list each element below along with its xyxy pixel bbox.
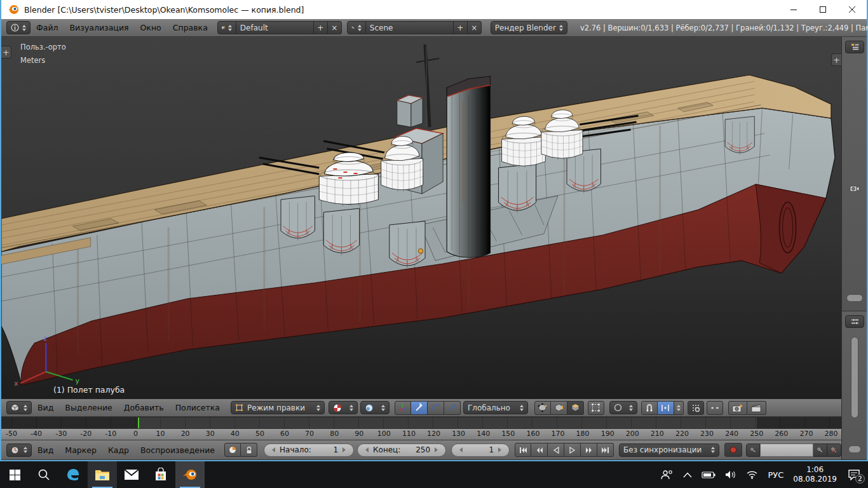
ruler-tick: 150 [501,430,515,438]
proportional-edit-dropdown[interactable] [609,401,637,414]
properties-collapsed[interactable] [842,311,867,460]
lock-range-button[interactable] [241,443,257,457]
render-engine-dropdown[interactable]: Рендер Blender [491,21,567,34]
toolshelf-expand-tab[interactable]: + [1,46,11,58]
properties-region-expand-tab[interactable]: + [831,53,841,66]
scene-icon-button[interactable] [347,21,366,34]
sync-mode-dropdown[interactable]: Без синхронизации [619,444,719,457]
language-indicator[interactable]: РУС [768,470,783,480]
maximize-button[interactable] [808,0,837,19]
menu-view3d-select[interactable]: Выделение [59,403,118,412]
play-button[interactable] [564,443,581,457]
vertex-select-button[interactable] [534,401,551,415]
menu-timeline-view[interactable]: Вид [32,445,59,455]
menu-view3d-view[interactable]: Вид [32,403,59,412]
mode-dropdown[interactable]: Режим правки [231,401,325,414]
editor-type-selector-outliner[interactable] [845,41,864,53]
outliner-collapsed[interactable] [842,37,867,311]
ruler-tick: 70 [305,430,314,438]
battery-icon[interactable] [702,471,715,479]
start-button[interactable] [0,461,29,488]
frame-end-slider[interactable]: Конец: 250 [357,444,446,457]
volume-icon[interactable] [725,470,736,479]
menu-view3d-mesh[interactable]: Полисетка [170,403,226,412]
timeline-track[interactable] [1,417,841,428]
action-center-button[interactable]: 2 [848,469,860,480]
properties-scrollbar[interactable] [851,337,858,418]
scale-manipulator-button[interactable] [444,401,461,415]
minimize-button[interactable] [779,0,808,19]
editor-type-selector-timeline[interactable] [6,444,32,457]
menu-timeline-marker[interactable]: Маркер [59,445,102,455]
play-reverse-button[interactable] [548,443,564,457]
keying-set-field[interactable] [760,444,813,457]
menu-window[interactable]: Окно [135,23,167,32]
taskbar-search-button[interactable] [29,461,58,488]
tray-chevron-up-icon[interactable] [683,472,692,478]
ruler-tick: 40 [231,430,240,438]
delete-keyframe-button[interactable] [827,444,841,457]
snap-magnet-button[interactable] [641,401,658,415]
auto-keyframe-record-button[interactable] [724,443,742,457]
opengl-render-anim-button[interactable] [747,401,766,415]
outliner-scrollbar[interactable] [846,294,863,302]
snap-target-button[interactable] [688,401,704,415]
layout-add-button[interactable]: + [314,21,328,34]
edge-select-button[interactable] [551,401,567,415]
pivot-point-dropdown[interactable] [360,401,390,414]
use-preview-range-button[interactable] [224,443,241,457]
jump-to-end-button[interactable] [597,443,614,457]
axis-z-label: z [43,334,47,342]
viewport-shading-dropdown[interactable] [329,401,358,414]
screen-layout-icon-button[interactable] [217,21,236,34]
current-frame-marker[interactable] [138,417,139,428]
scene-name-field[interactable]: Scene [366,21,454,34]
current-frame-field[interactable]: 1 [451,444,510,457]
rotate-manipulator-button[interactable] [428,401,444,415]
taskbar-blender-button[interactable] [175,461,205,488]
next-keyframe-button[interactable] [581,443,597,457]
frame-start-slider[interactable]: Начало: 1 [264,444,354,457]
timeline-ruler[interactable]: -50-40-30-20-100102030405060708090100110… [1,428,841,440]
menu-help[interactable]: Справка [167,23,214,32]
viewport-3d[interactable]: x y z Польз.-орто Meters (1) Полет палуб… [1,37,841,399]
clock[interactable]: 1:06 08.08.2019 [793,465,837,484]
play-reverse-icon [553,447,559,454]
snap-increment-icon [661,403,670,412]
layout-delete-button[interactable]: × [328,21,342,34]
snap-element-arrows[interactable] [674,401,684,415]
people-icon[interactable] [661,470,674,480]
editor-type-selector-3dview[interactable] [6,401,32,414]
keying-set-icon-button[interactable] [746,444,760,457]
prev-keyframe-button[interactable] [531,443,548,457]
view3d-header: Вид Выделение Добавить Полисетка Режим п… [1,399,841,417]
insert-keyframe-button[interactable] [813,444,827,457]
opengl-render-image-button[interactable] [728,401,747,415]
taskbar-store-button[interactable] [146,461,175,488]
taskbar-mail-button[interactable] [117,461,146,488]
menu-timeline-frame[interactable]: Кадр [102,445,135,455]
translate-manipulator-button[interactable] [411,401,428,415]
close-button[interactable] [837,0,867,19]
editor-type-selector-info[interactable] [6,21,31,34]
face-select-button[interactable] [567,401,584,415]
layout-name-field[interactable]: Default [236,21,314,34]
editor-type-selector-properties[interactable] [845,315,864,328]
manipulate-center-points-button[interactable] [707,401,723,415]
wifi-icon[interactable] [746,470,758,479]
menu-render[interactable]: Визуализация [64,23,135,32]
scene-delete-button[interactable]: × [468,21,482,34]
menu-file[interactable]: Файл [31,23,64,32]
menu-view3d-add[interactable]: Добавить [118,403,170,412]
occlude-geometry-button[interactable] [588,401,604,415]
menu-timeline-playback[interactable]: Воспроизведение [135,445,220,455]
ruler-tick: 10 [156,430,165,438]
scene-add-button[interactable]: + [454,21,468,34]
properties-hscrollbar[interactable] [848,445,861,453]
taskbar-edge-button[interactable] [58,461,88,488]
orientation-dropdown[interactable]: Глобально [463,401,528,414]
snap-element-button[interactable] [658,401,674,415]
jump-to-start-button[interactable] [515,443,531,457]
taskbar-explorer-button[interactable] [88,461,117,488]
manipulator-toggle-button[interactable] [395,401,411,415]
